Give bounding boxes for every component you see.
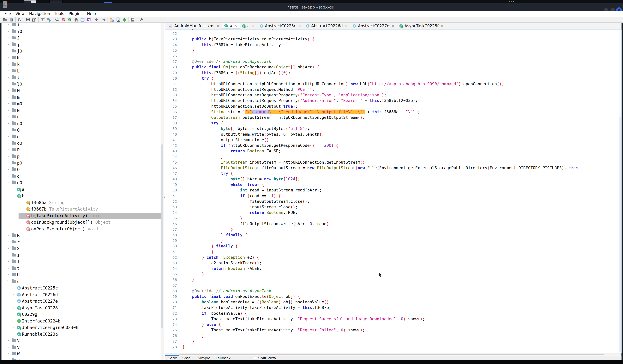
chevron-right-icon[interactable]: › <box>12 188 15 191</box>
split-view-checkbox[interactable] <box>254 357 257 360</box>
toolbar-log-viewer-button[interactable] <box>130 17 136 22</box>
chevron-right-icon[interactable]: › <box>7 82 10 85</box>
tree-item-f3686a[interactable]: ff3686a String <box>1 199 161 206</box>
tree-item-R[interactable]: ›R <box>1 232 161 239</box>
tree-item-O[interactable]: ›O <box>1 127 161 134</box>
tree-scrollbar[interactable] <box>161 23 164 360</box>
tree-item-Q[interactable]: ›Q <box>1 167 161 173</box>
chevron-right-icon[interactable]: › <box>7 339 10 342</box>
chevron-right-icon[interactable]: › <box>7 141 10 144</box>
tree-item-u[interactable]: ›u <box>1 278 161 285</box>
chevron-right-icon[interactable]: › <box>7 109 10 112</box>
chevron-right-icon[interactable]: › <box>7 266 10 269</box>
menu-plugins[interactable]: Plugins <box>66 11 85 17</box>
chevron-right-icon[interactable]: › <box>12 293 15 296</box>
chevron-right-icon[interactable]: › <box>7 247 10 250</box>
tree-item-m[interactable]: ›m <box>1 94 161 101</box>
tree-item-n0[interactable]: ›n0 <box>1 121 161 127</box>
tree-item-a[interactable]: ›ca <box>1 186 161 193</box>
tree-item-AbstractC0226d[interactable]: ›aAbstractC0226d <box>1 292 161 298</box>
toolbar-frame-button[interactable] <box>79 17 86 22</box>
chevron-right-icon[interactable]: › <box>7 43 10 46</box>
toolbar-flat-packages-button[interactable] <box>46 17 52 22</box>
toolbar-search-button[interactable] <box>54 17 60 22</box>
toolbar-manifest-badge-button[interactable]: M <box>86 17 92 22</box>
tree-item-i[interactable]: ›i <box>1 23 161 28</box>
tree-item-W[interactable]: ›W <box>1 351 161 357</box>
close-icon[interactable]: ✕ <box>441 24 444 28</box>
view-mode-smali-button[interactable]: Smali <box>182 356 193 360</box>
chevron-right-icon[interactable]: › <box>7 122 10 125</box>
toolbar-preferences-button[interactable] <box>138 17 144 22</box>
chevron-right-icon[interactable]: › <box>7 102 10 105</box>
close-icon[interactable]: ✕ <box>298 24 301 28</box>
view-mode-code-button[interactable]: Code <box>168 356 177 360</box>
chevron-right-icon[interactable]: › <box>7 30 10 33</box>
close-icon[interactable]: ✕ <box>234 24 237 28</box>
toolbar-debugger-button[interactable] <box>121 17 128 22</box>
menu-help[interactable]: Help <box>85 11 98 17</box>
toolbar-open-file-button[interactable] <box>2 17 8 22</box>
chevron-right-icon[interactable]: › <box>7 23 10 26</box>
tab-b[interactable]: cb✕ <box>222 23 239 29</box>
toolbar-device-manager-button[interactable] <box>109 17 115 22</box>
chevron-right-icon[interactable]: › <box>12 306 15 309</box>
menu-view[interactable]: View <box>13 11 27 17</box>
close-icon[interactable]: ✕ <box>392 24 394 28</box>
tree-item-AbstractC0225c[interactable]: ›aAbstractC0225c <box>1 285 161 292</box>
chevron-right-icon[interactable]: › <box>7 168 10 171</box>
tree-scrollbar-thumb[interactable] <box>161 144 163 328</box>
editor-hscroll-thumb[interactable] <box>179 354 604 355</box>
chevron-right-icon[interactable]: › <box>7 63 10 65</box>
tab-AbstractC0227e[interactable]: aAbstractC0227e✕ <box>350 23 397 29</box>
tree-item-InterfaceC0224b[interactable]: ›iInterfaceC0224b <box>1 318 161 324</box>
tree-item-b[interactable]: ›cb <box>1 193 161 199</box>
chevron-down-icon[interactable]: › <box>7 181 10 184</box>
code-editor[interactable]: 21 public TakePictureActivity f3687b;22 … <box>165 29 619 353</box>
tree-item-RunnableC0223a[interactable]: ›cRunnableC0223a <box>1 331 161 338</box>
tree-item-p[interactable]: ›p <box>1 153 161 160</box>
chevron-right-icon[interactable]: › <box>7 128 10 131</box>
tree-item-k[interactable]: ›k <box>1 61 161 68</box>
tree-item-f3687b[interactable]: ff3687b TakePictureActivity <box>1 206 161 213</box>
chevron-right-icon[interactable]: › <box>12 312 15 315</box>
tree-item-v[interactable]: ›v <box>1 344 161 351</box>
chevron-right-icon[interactable]: › <box>7 260 10 263</box>
chevron-right-icon[interactable]: › <box>7 273 10 276</box>
view-mode-fallback-button[interactable]: Fallback <box>216 356 231 360</box>
chevron-down-icon[interactable]: › <box>7 280 10 283</box>
tree-item-T[interactable]: ›T <box>1 258 161 265</box>
tree-item-doInBackground-Object---[interactable]: mdoInBackground(Object[]) Object <box>1 219 161 226</box>
tree-item-N[interactable]: ›N <box>1 107 161 114</box>
tree-item-S[interactable]: ›S <box>1 245 161 252</box>
chevron-right-icon[interactable]: › <box>7 115 10 118</box>
toolbar-save-all-button[interactable] <box>25 17 31 22</box>
resize-grip-icon[interactable]: … <box>548 357 552 360</box>
editor-horizontal-scrollbar[interactable] <box>165 353 622 356</box>
tab-a[interactable]: ca✕ <box>240 23 257 29</box>
close-icon[interactable]: ✕ <box>217 24 219 28</box>
tree-item-L[interactable]: ›L <box>1 68 161 75</box>
tree-item-V[interactable]: ›V <box>1 338 161 344</box>
chevron-right-icon[interactable]: › <box>12 299 15 302</box>
chevron-right-icon[interactable]: › <box>7 234 10 236</box>
toolbar-nav-forward-button[interactable] <box>100 17 107 22</box>
tree-item-s[interactable]: ›s <box>1 252 161 259</box>
tree-item-j0[interactable]: ›j0 <box>1 48 161 55</box>
chevron-right-icon[interactable]: › <box>7 174 10 177</box>
editor-vscroll-thumb[interactable] <box>620 117 621 352</box>
chevron-right-icon[interactable]: › <box>7 69 10 72</box>
tab-AbstractC0226d[interactable]: aAbstractC0226d✕ <box>304 23 350 29</box>
tab-AsyncTaskC0228f[interactable]: cAsyncTaskC0228f✕ <box>397 23 446 29</box>
close-icon[interactable]: ✕ <box>252 24 255 28</box>
toolbar-nav-back-button[interactable] <box>94 17 100 22</box>
title-bar[interactable]: *satellite-app - jadx-gui × <box>0 3 623 11</box>
tree-item-b-TakePictureActivity-[interactable]: mb(TakePictureActivity) void <box>1 213 161 219</box>
tree-item-o[interactable]: ›o <box>1 134 161 140</box>
tree-item-n[interactable]: ›n <box>1 114 161 121</box>
menu-file[interactable]: File <box>2 11 13 17</box>
chevron-right-icon[interactable]: › <box>12 319 15 322</box>
tree-item-q[interactable]: ›q <box>1 173 161 180</box>
chevron-right-icon[interactable]: › <box>7 49 10 52</box>
tab-AbstractC0225c[interactable]: aAbstractC0225c✕ <box>257 23 304 29</box>
